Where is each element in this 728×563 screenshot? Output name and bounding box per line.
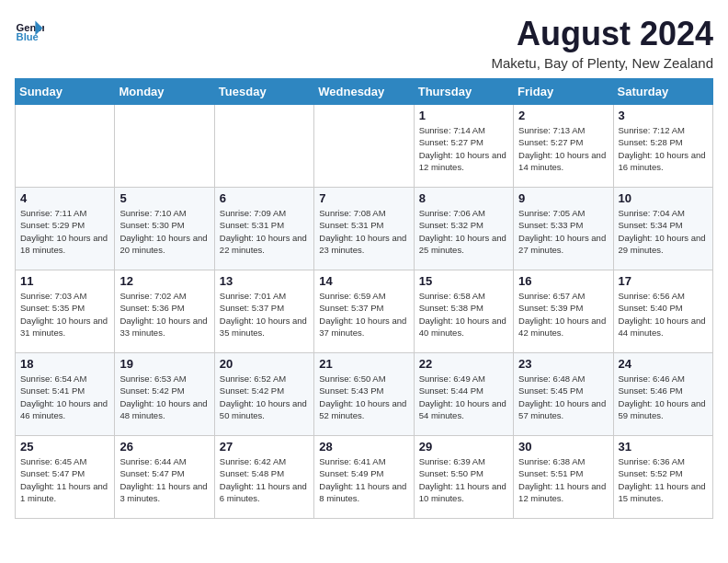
day-info: Sunrise: 7:05 AM Sunset: 5:33 PM Dayligh… [518, 207, 608, 256]
calendar-cell: 1Sunrise: 7:14 AM Sunset: 5:27 PM Daylig… [414, 105, 513, 188]
calendar-cell: 30Sunrise: 6:38 AM Sunset: 5:51 PM Dayli… [514, 436, 613, 519]
day-number: 25 [20, 440, 109, 454]
day-info: Sunrise: 7:06 AM Sunset: 5:32 PM Dayligh… [419, 207, 508, 256]
calendar-cell: 14Sunrise: 6:59 AM Sunset: 5:37 PM Dayli… [314, 270, 414, 353]
day-number: 22 [419, 357, 508, 371]
calendar-header-row: SundayMondayTuesdayWednesdayThursdayFrid… [16, 79, 713, 105]
day-number: 6 [220, 191, 309, 205]
calendar-cell: 4Sunrise: 7:11 AM Sunset: 5:29 PM Daylig… [16, 188, 115, 270]
day-number: 15 [419, 274, 508, 288]
day-number: 26 [119, 440, 209, 454]
calendar-cell: 8Sunrise: 7:06 AM Sunset: 5:32 PM Daylig… [414, 188, 513, 270]
weekday-header-tuesday: Tuesday [214, 79, 313, 105]
day-number: 27 [220, 440, 309, 454]
title-block: August 2024 Maketu, Bay of Plenty, New Z… [491, 15, 713, 71]
day-info: Sunrise: 7:14 AM Sunset: 5:27 PM Dayligh… [419, 124, 508, 173]
day-number: 3 [619, 109, 708, 122]
main-title: August 2024 [491, 15, 713, 53]
day-info: Sunrise: 7:08 AM Sunset: 5:31 PM Dayligh… [319, 207, 408, 256]
day-info: Sunrise: 6:46 AM Sunset: 5:46 PM Dayligh… [619, 373, 708, 421]
calendar-cell: 26Sunrise: 6:44 AM Sunset: 5:47 PM Dayli… [115, 436, 214, 519]
day-info: Sunrise: 6:57 AM Sunset: 5:39 PM Dayligh… [518, 290, 608, 339]
day-number: 13 [220, 274, 309, 288]
calendar-cell: 27Sunrise: 6:42 AM Sunset: 5:48 PM Dayli… [214, 436, 313, 519]
calendar-cell: 13Sunrise: 7:01 AM Sunset: 5:37 PM Dayli… [214, 270, 313, 353]
day-number: 20 [220, 357, 309, 371]
day-number: 30 [518, 440, 608, 454]
day-info: Sunrise: 6:44 AM Sunset: 5:47 PM Dayligh… [119, 455, 209, 504]
calendar-cell [16, 105, 115, 188]
day-info: Sunrise: 6:38 AM Sunset: 5:51 PM Dayligh… [518, 455, 608, 504]
day-number: 10 [619, 191, 708, 205]
day-info: Sunrise: 6:59 AM Sunset: 5:37 PM Dayligh… [319, 290, 408, 339]
subtitle: Maketu, Bay of Plenty, New Zealand [491, 55, 713, 71]
day-number: 14 [319, 274, 408, 288]
svg-text:Blue: Blue [17, 31, 39, 42]
day-info: Sunrise: 7:13 AM Sunset: 5:27 PM Dayligh… [518, 124, 608, 173]
weekday-header-saturday: Saturday [613, 79, 712, 105]
calendar-cell: 3Sunrise: 7:12 AM Sunset: 5:28 PM Daylig… [613, 105, 712, 188]
day-info: Sunrise: 7:12 AM Sunset: 5:28 PM Dayligh… [619, 124, 708, 173]
day-info: Sunrise: 6:58 AM Sunset: 5:38 PM Dayligh… [419, 290, 508, 339]
day-info: Sunrise: 7:04 AM Sunset: 5:34 PM Dayligh… [619, 207, 708, 256]
day-info: Sunrise: 6:48 AM Sunset: 5:45 PM Dayligh… [518, 373, 608, 421]
calendar-cell: 17Sunrise: 6:56 AM Sunset: 5:40 PM Dayli… [613, 270, 712, 353]
calendar-table: SundayMondayTuesdayWednesdayThursdayFrid… [15, 78, 713, 519]
calendar-week-row: 4Sunrise: 7:11 AM Sunset: 5:29 PM Daylig… [16, 188, 713, 270]
day-info: Sunrise: 6:49 AM Sunset: 5:44 PM Dayligh… [419, 373, 508, 421]
calendar-cell: 11Sunrise: 7:03 AM Sunset: 5:35 PM Dayli… [16, 270, 115, 353]
calendar-cell: 21Sunrise: 6:50 AM Sunset: 5:43 PM Dayli… [314, 353, 414, 436]
logo-icon: General Blue [15, 15, 44, 44]
day-number: 2 [518, 109, 608, 122]
weekday-header-wednesday: Wednesday [314, 79, 414, 105]
calendar-week-row: 18Sunrise: 6:54 AM Sunset: 5:41 PM Dayli… [16, 353, 713, 436]
day-info: Sunrise: 6:36 AM Sunset: 5:52 PM Dayligh… [619, 455, 708, 504]
calendar-cell: 20Sunrise: 6:52 AM Sunset: 5:42 PM Dayli… [214, 353, 313, 436]
day-number: 16 [518, 274, 608, 288]
calendar-cell: 22Sunrise: 6:49 AM Sunset: 5:44 PM Dayli… [414, 353, 513, 436]
day-info: Sunrise: 6:56 AM Sunset: 5:40 PM Dayligh… [619, 290, 708, 339]
day-info: Sunrise: 6:50 AM Sunset: 5:43 PM Dayligh… [319, 373, 408, 421]
weekday-header-monday: Monday [115, 79, 214, 105]
day-number: 7 [319, 191, 408, 205]
calendar-week-row: 11Sunrise: 7:03 AM Sunset: 5:35 PM Dayli… [16, 270, 713, 353]
calendar-cell: 6Sunrise: 7:09 AM Sunset: 5:31 PM Daylig… [214, 188, 313, 270]
day-info: Sunrise: 6:41 AM Sunset: 5:49 PM Dayligh… [319, 455, 408, 504]
calendar-cell: 9Sunrise: 7:05 AM Sunset: 5:33 PM Daylig… [514, 188, 613, 270]
day-number: 19 [119, 357, 209, 371]
day-number: 8 [419, 191, 508, 205]
day-number: 5 [119, 191, 209, 205]
day-number: 4 [20, 191, 109, 205]
weekday-header-thursday: Thursday [414, 79, 513, 105]
calendar-cell: 29Sunrise: 6:39 AM Sunset: 5:50 PM Dayli… [414, 436, 513, 519]
calendar-cell: 12Sunrise: 7:02 AM Sunset: 5:36 PM Dayli… [115, 270, 214, 353]
day-info: Sunrise: 7:09 AM Sunset: 5:31 PM Dayligh… [220, 207, 309, 256]
calendar-cell: 7Sunrise: 7:08 AM Sunset: 5:31 PM Daylig… [314, 188, 414, 270]
page-header: General Blue August 2024 Maketu, Bay of … [15, 15, 713, 71]
day-number: 28 [319, 440, 408, 454]
day-number: 1 [419, 109, 508, 122]
day-info: Sunrise: 6:52 AM Sunset: 5:42 PM Dayligh… [220, 373, 309, 421]
day-info: Sunrise: 7:10 AM Sunset: 5:30 PM Dayligh… [119, 207, 209, 256]
day-number: 23 [518, 357, 608, 371]
day-info: Sunrise: 6:42 AM Sunset: 5:48 PM Dayligh… [220, 455, 309, 504]
calendar-cell [314, 105, 414, 188]
calendar-week-row: 1Sunrise: 7:14 AM Sunset: 5:27 PM Daylig… [16, 105, 713, 188]
day-number: 9 [518, 191, 608, 205]
calendar-cell: 31Sunrise: 6:36 AM Sunset: 5:52 PM Dayli… [613, 436, 712, 519]
calendar-cell: 23Sunrise: 6:48 AM Sunset: 5:45 PM Dayli… [514, 353, 613, 436]
calendar-cell: 24Sunrise: 6:46 AM Sunset: 5:46 PM Dayli… [613, 353, 712, 436]
day-info: Sunrise: 7:01 AM Sunset: 5:37 PM Dayligh… [220, 290, 309, 339]
calendar-cell: 15Sunrise: 6:58 AM Sunset: 5:38 PM Dayli… [414, 270, 513, 353]
calendar-cell: 28Sunrise: 6:41 AM Sunset: 5:49 PM Dayli… [314, 436, 414, 519]
calendar-cell: 5Sunrise: 7:10 AM Sunset: 5:30 PM Daylig… [115, 188, 214, 270]
calendar-cell [214, 105, 313, 188]
calendar-cell: 25Sunrise: 6:45 AM Sunset: 5:47 PM Dayli… [16, 436, 115, 519]
day-info: Sunrise: 6:39 AM Sunset: 5:50 PM Dayligh… [419, 455, 508, 504]
weekday-header-sunday: Sunday [16, 79, 115, 105]
day-info: Sunrise: 7:03 AM Sunset: 5:35 PM Dayligh… [20, 290, 109, 339]
day-number: 29 [419, 440, 508, 454]
day-number: 11 [20, 274, 109, 288]
day-number: 21 [319, 357, 408, 371]
day-number: 31 [619, 440, 708, 454]
